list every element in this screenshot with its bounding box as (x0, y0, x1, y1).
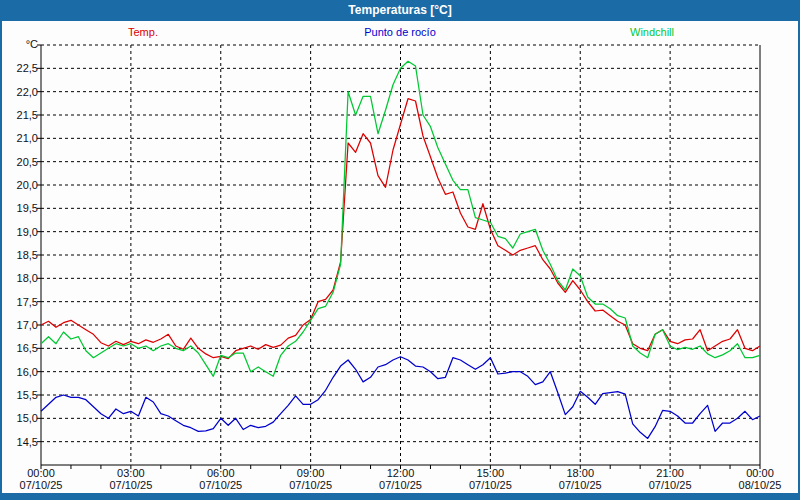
x-tick-time-label: 00:00 (725, 467, 795, 479)
window-title-bar: Temperaturas [°C] (0, 0, 800, 21)
x-tick-date-label: 07/10/25 (455, 479, 525, 491)
x-tick-date-label: 07/10/25 (276, 479, 346, 491)
x-tick-date-label: 07/10/25 (545, 479, 615, 491)
window-border-bottom (0, 493, 800, 500)
series-line (41, 357, 760, 439)
x-tick-time-label: 18:00 (545, 467, 615, 479)
y-tick-label: 17,0 (2, 319, 38, 331)
y-tick-label: 22,5 (2, 62, 38, 74)
legend-dewpoint: Punto de rocío (0, 26, 800, 38)
y-tick-label: 15,0 (2, 412, 38, 424)
x-tick-time-label: 00:00 (6, 467, 76, 479)
y-tick-label: 17,5 (2, 296, 38, 308)
temperature-chart (0, 0, 800, 500)
chart-legend: Temp. Punto de rocío Windchill (0, 26, 800, 42)
window-border-left (0, 0, 2, 500)
x-tick-time-label: 15:00 (455, 467, 525, 479)
y-tick-label: 15,5 (2, 389, 38, 401)
y-tick-label: 20,5 (2, 156, 38, 168)
x-tick-date-label: 07/10/25 (635, 479, 705, 491)
y-tick-label: 21,0 (2, 132, 38, 144)
app-window: Temperaturas [°C] Temp. Punto de rocío W… (0, 0, 800, 500)
y-tick-label: 21,5 (2, 109, 38, 121)
x-tick-time-label: 21:00 (635, 467, 705, 479)
y-tick-label: 19,0 (2, 226, 38, 238)
window-title: Temperaturas [°C] (348, 3, 451, 17)
x-tick-time-label: 09:00 (276, 467, 346, 479)
y-tick-label: 18,5 (2, 249, 38, 261)
y-tick-label: 16,5 (2, 342, 38, 354)
y-tick-label: 19,5 (2, 202, 38, 214)
y-tick-label: 20,0 (2, 179, 38, 191)
x-tick-date-label: 07/10/25 (186, 479, 256, 491)
y-tick-label: 22,0 (2, 86, 38, 98)
y-tick-label: 14,5 (2, 436, 38, 448)
x-tick-date-label: 07/10/25 (6, 479, 76, 491)
y-axis-unit-label: °C (2, 38, 38, 50)
x-tick-time-label: 12:00 (366, 467, 436, 479)
y-tick-label: 18,0 (2, 272, 38, 284)
x-tick-date-label: 07/10/25 (96, 479, 166, 491)
x-tick-date-label: 07/10/25 (366, 479, 436, 491)
legend-windchill: Windchill (630, 26, 674, 38)
x-tick-time-label: 03:00 (96, 467, 166, 479)
x-tick-date-label: 08/10/25 (725, 479, 795, 491)
y-tick-label: 16,0 (2, 366, 38, 378)
x-tick-time-label: 06:00 (186, 467, 256, 479)
